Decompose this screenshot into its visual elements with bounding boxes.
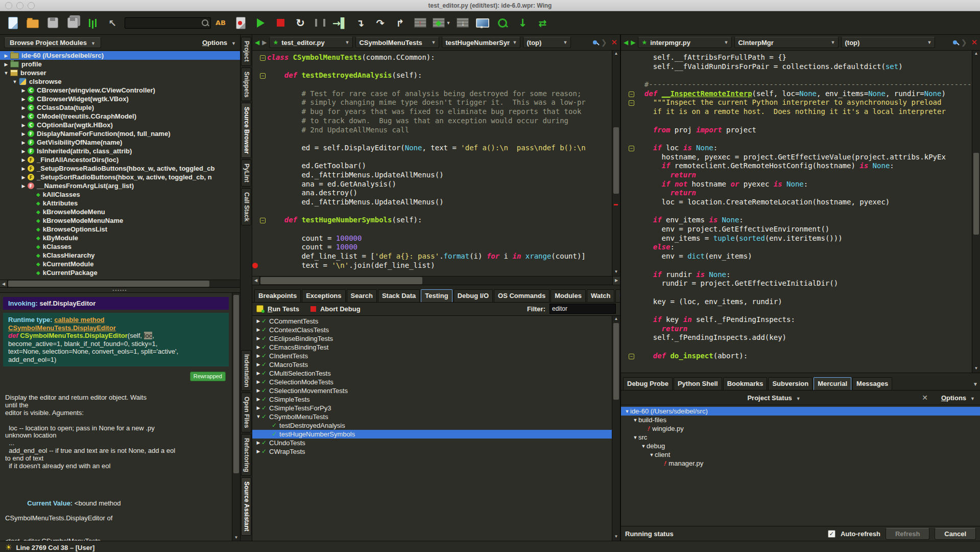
module-tree-row[interactable]: ▶F_SetupBrowseRadioButtons(hbox_w, activ… [0,164,240,173]
code-line[interactable]: − def __InspectRemoteInterp(self, loc=No… [621,89,972,99]
code-line[interactable] [621,134,972,144]
indent-manager-button[interactable] [85,15,100,31]
scope-dropdown-1[interactable]: CSymbolMenuTests▼ [355,37,439,48]
expander-icon[interactable]: ▶ [255,405,261,410]
scroll-right-icon[interactable]: ▶ [612,277,620,285]
code-line[interactable]: text = '\n'.join(def_line_list) [252,261,612,270]
expander-icon[interactable]: ▶ [255,318,261,324]
tab-debug-probe[interactable]: Debug Probe [623,377,673,390]
code-line[interactable] [252,270,612,276]
editor-2-vscrollbar[interactable]: ▲ ▼ [972,51,980,373]
scope-dropdown-0[interactable]: ★interpmgr.py▼ [638,37,732,48]
module-tree-row[interactable]: ◆kAllClasses [0,190,240,199]
expander-icon[interactable]: ▼ [3,71,9,76]
tool-tab-source-assistant[interactable]: Source Assistant [241,477,251,536]
split-view-icon[interactable]: ❯ [601,38,607,47]
tool-tab-call-stack[interactable]: Call Stack [241,188,251,225]
abort-debug-button[interactable]: Abort Debug [320,305,361,313]
expander-icon[interactable]: ▶ [255,397,261,402]
debug-options-button[interactable]: ◆▼ [433,15,451,31]
new-file-button[interactable] [5,15,20,31]
expander-icon[interactable]: ▶ [255,449,261,454]
tab-os-commands[interactable]: OS Commands [494,289,549,302]
expander-icon[interactable]: ▶ [20,175,27,180]
fold-collapse-icon[interactable]: − [629,354,634,359]
module-tree-row[interactable]: ◆kCurrentPackage [0,268,240,277]
test-tree-vscrollbar[interactable]: ▲ ▼ [612,316,620,541]
code-line[interactable]: def_line_list = ['def a{}: pass'.format(… [252,252,612,261]
module-tree-row[interactable]: ▶CCModel(treeutils.CGraphModel) [0,112,240,121]
test-tree-row[interactable]: ▶✓CSimpleTests [252,395,612,404]
module-tree-row[interactable]: ▶CCOptionBar(wgtk.HBox) [0,121,240,129]
browser-options-button[interactable]: Options▼ [202,38,236,47]
scroll-up-icon[interactable]: ▲ [972,51,980,57]
save-button[interactable] [45,15,60,31]
code-line[interactable] [621,288,972,297]
scope-dropdown-0[interactable]: ★test_editor.py▼ [269,37,353,48]
expander-icon[interactable]: ▶ [20,149,27,154]
tab-subversion[interactable]: Subversion [768,377,812,390]
expander-icon[interactable]: ▶ [20,114,27,119]
expander-icon[interactable]: ▶ [255,353,261,358]
code-line[interactable]: loc = location.CreateRemoteLocation(host… [621,198,972,207]
expander-icon[interactable]: ▼ [632,418,638,423]
editor-1-vscrollbar[interactable]: ▲ ▼ [612,51,620,276]
debug-console-button[interactable] [475,15,490,31]
tool-tab-source-browser[interactable]: Source Browser [241,103,251,158]
code-line[interactable]: − def testDestroyedAnalysis(self): [252,71,612,80]
fold-collapse-icon[interactable]: − [629,91,634,97]
code-line[interactable]: # simply changing mime type doesn't trig… [252,98,612,107]
tool-tab-open-files[interactable]: Open Files [241,393,251,432]
status-tree-row[interactable]: ▼build-files [621,416,980,424]
test-tree-row[interactable]: ✓testDestroyedAnalysis [252,421,612,430]
test-tree-row[interactable]: ▶✓CEclipseBindingTests [252,334,612,343]
code-line[interactable]: # Test for rare case of analysis being d… [252,89,612,99]
test-tree-row[interactable]: ▶✓CEmacsBindingTest [252,343,612,352]
expander-icon[interactable]: ▶ [20,105,27,110]
status-tree-row[interactable]: ▼debug [621,442,980,450]
expander-icon[interactable]: ▼ [255,414,261,419]
code-line[interactable]: ed.GetToolbar() [252,162,612,171]
tab-stack-data[interactable]: Stack Data [378,289,420,302]
code-line[interactable] [252,207,612,216]
scroll-left-icon[interactable]: ◀ [0,280,8,287]
code-line[interactable]: ed._fAttribMenus.UpdateAllMenus() [252,198,612,207]
scroll-down-icon[interactable]: ▼ [612,534,620,540]
code-line[interactable]: self.__fValidRunDirsForPair = collection… [621,62,972,72]
tab-messages[interactable]: Messages [852,377,892,390]
test-tree-row[interactable]: ▶✓CMacroTests [252,360,612,369]
tab-watch[interactable]: Watch [587,289,615,302]
expander-icon[interactable]: ▶ [255,388,261,393]
reanalyze-button[interactable]: ⇄ [535,15,550,31]
code-line[interactable] [252,62,612,72]
scroll-down-icon[interactable]: ▼ [612,269,620,275]
test-tree-row[interactable]: ▼✓CSymbolMenuTests [252,412,612,421]
code-line[interactable]: return [621,171,972,180]
tab-mercurial[interactable]: Mercurial [814,377,851,390]
status-tree-row[interactable]: !wingide.py [621,424,980,433]
expander-icon[interactable]: ▼ [12,79,18,84]
left-splitter-handle[interactable]: •••••• [0,287,240,293]
expander-icon[interactable]: ▶ [20,157,27,163]
tab-testing[interactable]: Testing [421,289,452,302]
code-line[interactable]: if key in self._fPendingInspects: [621,315,972,325]
module-tree-row[interactable]: ▶CCClassData(tuple) [0,103,240,112]
tab-use[interactable]: Use [615,289,620,302]
code-line[interactable]: # 2nd UpdateAllMenus call [252,126,612,135]
test-tree-row[interactable]: ▶✓CIndentTests [252,352,612,360]
module-tree-row[interactable]: ▶FIsInherited(attrib, class_attrib) [0,147,240,155]
code-line[interactable]: ana = ed.GetAnalysis() [252,180,612,189]
code-line[interactable]: if rundir is None: [621,270,972,280]
expander-icon[interactable]: ▶ [255,440,261,445]
code-line[interactable]: if not hostname or pyexec is None: [621,180,972,189]
expander-icon[interactable]: ▶ [255,336,261,341]
code-line[interactable]: count = 10000 [252,243,612,252]
assistant-vscrollbar[interactable]: ▼ [232,293,240,541]
scroll-left-icon[interactable]: ◀ [252,277,260,285]
status-options-button[interactable]: Options▼ [941,394,975,402]
code-line[interactable]: ed._fAttribMenus.UpdateAllMenus() [252,171,612,180]
code-line[interactable]: from proj import project [621,126,972,135]
code-line[interactable]: if remoteclient.GetRemoteHostConfig(host… [621,162,972,171]
code-line[interactable]: # to track down. Bug was that an excepti… [252,117,612,126]
code-line[interactable]: return [621,189,972,198]
